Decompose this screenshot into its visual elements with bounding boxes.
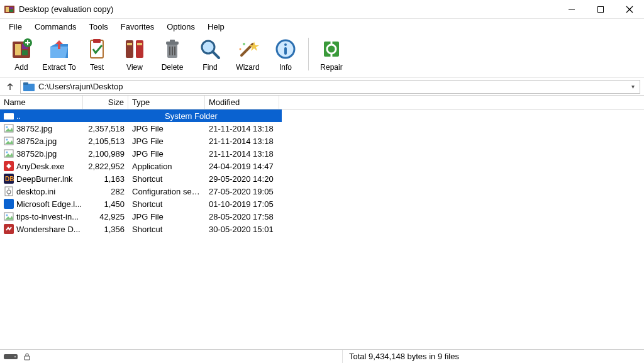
file-icon [4,199,14,209]
repair-icon [319,36,344,62]
file-row[interactable]: 38752a.jpg2,105,513JPG File21-11-2014 13… [0,135,644,147]
file-icon [4,211,14,221]
add-button[interactable]: Add [3,35,40,72]
view-label: View [126,63,143,72]
menu-file[interactable]: File [3,21,28,33]
maximize-button[interactable] [586,0,615,19]
file-type: JPG File [128,124,205,133]
menu-commands[interactable]: Commands [28,21,82,33]
file-modified: 24-04-2019 14:47 [205,162,279,171]
chevron-down-icon[interactable]: ▾ [629,83,637,90]
archive-add-icon [9,36,34,62]
column-type[interactable]: Type [128,96,205,109]
delete-button[interactable]: Delete [153,35,191,72]
svg-rect-1 [6,7,9,12]
file-list[interactable]: .. System Folder 38752.jpg2,357,518JPG F… [0,109,644,349]
file-row[interactable]: AnyDesk.exe2,822,952Application24-04-201… [0,160,644,172]
file-icon [4,224,14,234]
file-type: JPG File [128,137,205,146]
parent-folder-row[interactable]: .. System Folder [0,109,282,122]
svg-rect-19 [127,43,132,45]
wizard-button[interactable]: Wizard [229,35,267,72]
status-lock-icon [23,352,31,361]
wizard-label: Wizard [236,63,259,72]
svg-rect-23 [170,40,175,42]
column-size[interactable]: Size [83,96,128,109]
view-button[interactable]: View [116,35,153,72]
file-modified: 27-05-2020 19:05 [205,187,279,196]
extract-icon [47,36,72,62]
file-icon: DB [4,174,14,184]
file-size: 1,163 [83,174,128,184]
svg-rect-2 [9,7,13,9]
file-name: DeepBurner.lnk [16,174,73,184]
up-button[interactable] [4,81,16,93]
svg-rect-9 [15,44,21,55]
test-button[interactable]: Test [78,35,116,72]
svg-rect-35 [284,47,287,55]
menu-tools[interactable]: Tools [82,21,114,33]
info-icon [273,36,298,62]
svg-point-59 [6,215,8,216]
file-type: Configuration setti... [128,187,205,196]
column-modified[interactable]: Modified [205,96,279,109]
status-disk-icon [4,353,19,360]
find-label: Find [203,63,217,72]
file-type: Shortcut [128,174,205,184]
file-type: JPG File [128,149,205,159]
file-size: 1,356 [83,225,128,234]
extract-to-button[interactable]: Extract To [40,35,78,72]
test-label: Test [90,63,104,72]
file-row[interactable]: 38752.jpg2,357,518JPG File21-11-2014 13:… [0,122,644,135]
file-name: 38752b.jpg [16,149,57,159]
svg-rect-5 [598,6,604,12]
file-row[interactable]: DBDeepBurner.lnk1,163Shortcut29-05-2020 … [0,172,644,185]
close-button[interactable] [615,0,644,19]
file-name: Microsoft Edge.l... [16,199,82,209]
repair-button[interactable]: Repair [313,35,350,72]
toolbar-separator [308,38,309,70]
find-button[interactable]: Find [191,35,229,72]
svg-point-48 [6,152,8,154]
file-size: 282 [83,187,128,196]
file-modified: 21-11-2014 13:18 [205,137,279,146]
info-button[interactable]: Info [267,35,304,72]
svg-rect-20 [137,43,142,45]
menu-options[interactable]: Options [160,21,201,33]
svg-point-62 [14,355,16,357]
info-label: Info [279,63,292,72]
svg-text:DB: DB [5,176,14,182]
folder-up-icon [4,111,14,121]
file-icon [4,148,14,159]
file-modified: 21-11-2014 13:18 [205,124,279,133]
repair-label: Repair [320,63,342,72]
add-label: Add [14,63,28,72]
minimize-button[interactable] [557,0,586,19]
file-name: AnyDesk.exe [16,162,65,171]
file-row[interactable]: Microsoft Edge.l...1,450Shortcut01-10-20… [0,198,644,210]
file-row[interactable]: 38752b.jpg2,100,989JPG File21-11-2014 13… [0,147,644,160]
path-text: C:\Users\rajun\Desktop [38,82,629,91]
file-size: 2,105,513 [83,137,128,146]
wizard-icon [235,36,260,62]
file-row[interactable]: Wondershare D...1,356Shortcut30-05-2020 … [0,223,644,235]
path-field[interactable]: C:\Users\rajun\Desktop ▾ [20,80,640,94]
file-size: 2,100,989 [83,149,128,159]
file-name: tips-to-invest-in... [16,212,79,221]
parent-folder-type: System Folder [128,111,254,121]
column-name[interactable]: Name [0,96,83,109]
file-row[interactable]: desktop.ini282Configuration setti...27-0… [0,185,644,198]
file-size: 2,357,518 [83,124,128,133]
menu-help[interactable]: Help [201,21,231,33]
file-row[interactable]: tips-to-invest-in...42,925JPG File28-05-… [0,210,644,223]
svg-rect-42 [4,113,14,120]
file-type: JPG File [128,212,205,221]
menubar: File Commands Tools Favorites Options He… [0,19,644,34]
file-name: Wondershare D... [16,225,80,234]
file-type: Shortcut [128,225,205,234]
test-icon [84,36,109,62]
file-size: 2,822,952 [83,162,128,171]
file-modified: 30-05-2020 15:01 [205,225,279,234]
file-icon [4,186,14,196]
menu-favorites[interactable]: Favorites [114,21,160,33]
